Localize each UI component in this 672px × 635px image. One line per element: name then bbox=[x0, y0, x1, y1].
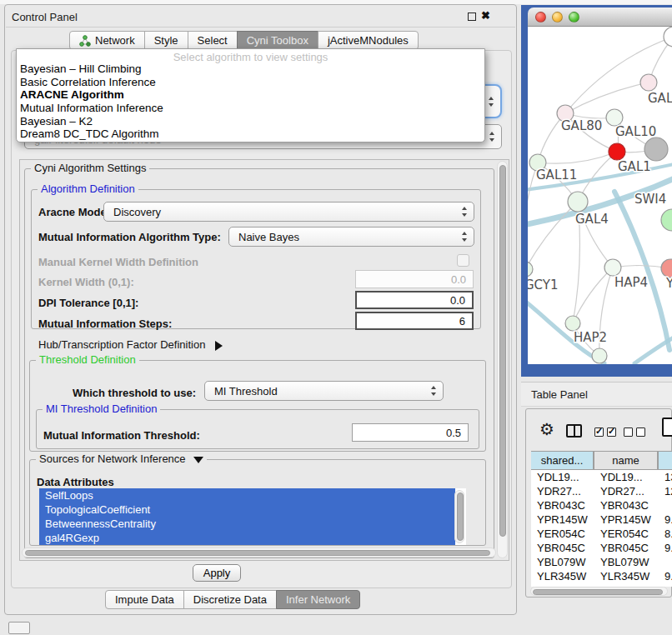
network-view[interactable]: GALGAL80GAL10GAL1GAL11GAL4SWI4GCY1HAP4YH… bbox=[528, 27, 672, 364]
network-node-label: GAL bbox=[648, 91, 672, 106]
table-panel-titlebar: Table Panel bbox=[521, 382, 672, 407]
network-node-gal10[interactable] bbox=[606, 109, 623, 126]
threshold-definition-legend: Threshold Definition bbox=[36, 353, 139, 366]
bottom-tab-impute-data[interactable]: Impute Data bbox=[105, 590, 184, 609]
tab-label: Style bbox=[154, 34, 178, 47]
network-node-gcy1[interactable] bbox=[528, 262, 533, 277]
aracne-mode-combo[interactable]: Discovery bbox=[103, 202, 474, 222]
dropdown-item[interactable]: Basic Correlation Inference bbox=[17, 76, 484, 89]
table-row[interactable]: YLR345WYLR345W9. bbox=[531, 569, 672, 583]
minimize-traffic-light-icon[interactable] bbox=[552, 12, 563, 22]
combo-arrows-icon bbox=[489, 97, 494, 107]
mi-threshold-field[interactable]: 0.5 bbox=[352, 423, 469, 442]
table-column-header[interactable]: shared... bbox=[531, 451, 594, 470]
network-node-hap4[interactable] bbox=[604, 259, 621, 276]
network-node-label: GCY1 bbox=[528, 278, 559, 292]
checked-checkbox-icon bbox=[594, 428, 604, 437]
mi-steps-field[interactable]: 6 bbox=[355, 312, 474, 330]
network-node-hap2[interactable] bbox=[565, 316, 580, 331]
attribute-item[interactable]: SelfLoops bbox=[39, 488, 455, 502]
network-node-gal1[interactable] bbox=[609, 143, 625, 160]
network-node-swi4[interactable] bbox=[661, 209, 672, 231]
mi-type-value: Naive Bayes bbox=[238, 231, 299, 243]
settings-vscrollbar[interactable] bbox=[497, 161, 508, 558]
tab-select[interactable]: Select bbox=[188, 31, 238, 50]
table-column-header[interactable]: name bbox=[594, 451, 658, 470]
table-hscrollbar[interactable] bbox=[530, 587, 668, 596]
network-edge[interactable] bbox=[565, 82, 649, 113]
mi-threshold-value: 0.5 bbox=[446, 427, 461, 439]
gear-icon[interactable]: ⚙ bbox=[539, 421, 554, 438]
network-node[interactable] bbox=[592, 348, 607, 363]
table-cell: YLR345W bbox=[531, 569, 594, 583]
apply-button[interactable]: Apply bbox=[193, 564, 241, 582]
table-row[interactable]: YPR145WYPR145W9. bbox=[531, 512, 672, 527]
network-icon bbox=[79, 35, 91, 47]
table-cell: YBR043C bbox=[594, 498, 659, 512]
panel-title: Control Panel bbox=[12, 11, 78, 23]
which-threshold-combo[interactable]: MI Threshold bbox=[204, 381, 444, 401]
app-root: Control Panel ✖ NetworkStyleSelectCyni T… bbox=[0, 0, 672, 635]
network-node-gal4[interactable] bbox=[568, 192, 588, 212]
attribute-item[interactable]: TopologicalCoefficient bbox=[39, 502, 455, 517]
network-node-gal[interactable] bbox=[640, 74, 657, 91]
deselect-all-columns-icon[interactable] bbox=[624, 428, 645, 437]
table-cell: YBR043C bbox=[531, 498, 594, 512]
network-node-y[interactable] bbox=[661, 259, 672, 278]
tab-jactivemnodules[interactable]: jActiveMNodules bbox=[318, 31, 419, 50]
tab-cyni-toolbox[interactable]: Cyni Toolbox bbox=[237, 31, 318, 50]
table-row[interactable]: YDL19...YDL19...13 bbox=[531, 470, 672, 484]
docked-panel-icon[interactable] bbox=[8, 622, 30, 634]
bottom-tab-infer-network[interactable]: Infer Network bbox=[276, 590, 360, 609]
table-row[interactable]: YBL079WYBL079W bbox=[531, 555, 672, 569]
close-icon[interactable]: ✖ bbox=[481, 9, 490, 22]
table-row[interactable]: YDR27...YDR27...12 bbox=[531, 484, 672, 498]
attribute-item[interactable]: BetweennessCentrality bbox=[39, 517, 455, 531]
combo-arrows-icon bbox=[462, 207, 468, 217]
table-cell: YDR27... bbox=[594, 484, 659, 498]
network-node[interactable] bbox=[644, 138, 668, 161]
table-cell: 8. bbox=[659, 527, 672, 541]
tab-style[interactable]: Style bbox=[144, 31, 188, 50]
network-node-label: GAL4 bbox=[575, 212, 609, 227]
zoom-traffic-light-icon[interactable] bbox=[569, 12, 579, 22]
network-window-titlebar[interactable] bbox=[528, 8, 672, 27]
table-row[interactable]: YBR043CYBR043C bbox=[531, 498, 672, 512]
select-all-columns-icon[interactable] bbox=[594, 428, 616, 437]
table-panel: ⚙ shared...nameYDL19...YDL19...13YDR27..… bbox=[525, 408, 672, 598]
kernel-width-label: Kernel Width (0,1): bbox=[38, 276, 134, 288]
hub-definition-toggle[interactable]: Hub/Transcription Factor Definition bbox=[38, 338, 223, 351]
dropdown-item[interactable]: Dream8 DC_TDC Algorithm bbox=[17, 128, 484, 141]
table-cell: YER054C bbox=[531, 527, 594, 541]
dropdown-item[interactable]: ARACNE Algorithm bbox=[17, 88, 484, 102]
tab-label: jActiveMNodules bbox=[328, 34, 409, 47]
dpi-tolerance-field[interactable]: 0.0 bbox=[355, 291, 474, 309]
tab-network[interactable]: Network bbox=[69, 31, 145, 50]
dropdown-item[interactable]: Mutual Information Inference bbox=[17, 102, 484, 115]
mi-type-combo[interactable]: Naive Bayes bbox=[228, 227, 474, 247]
bottom-tab-discretize-data[interactable]: Discretize Data bbox=[183, 590, 277, 609]
algorithm-dropdown-list: Select algorithm to view settings Bayesi… bbox=[16, 48, 485, 142]
checked-checkbox-icon bbox=[607, 428, 616, 437]
table-row[interactable]: YBR045CYBR045C9. bbox=[531, 541, 672, 555]
which-threshold-label: Which threshold to use: bbox=[73, 387, 196, 399]
float-window-icon[interactable] bbox=[468, 12, 476, 21]
table-column-header[interactable] bbox=[658, 451, 672, 470]
document-icon[interactable] bbox=[662, 418, 672, 437]
data-attributes-list[interactable]: SelfLoopsTopologicalCoefficientBetweenne… bbox=[39, 488, 466, 545]
dropdown-item[interactable]: Bayesian – K2 bbox=[17, 115, 484, 128]
kernel-width-value: 0.0 bbox=[451, 273, 466, 286]
attribute-item[interactable]: gal4RGexp bbox=[39, 531, 455, 545]
network-node[interactable] bbox=[664, 27, 672, 47]
sources-legend-toggle[interactable]: Sources for Network Inference bbox=[36, 452, 207, 465]
close-traffic-light-icon[interactable] bbox=[535, 12, 546, 22]
table-row[interactable]: YER054CYER054C8. bbox=[531, 527, 672, 541]
table-cell: 12 bbox=[659, 484, 672, 498]
combo-arrows-icon bbox=[462, 232, 468, 242]
dropdown-item[interactable]: Bayesian – Hill Climbing bbox=[17, 62, 484, 76]
attributes-list-scrollbar[interactable] bbox=[454, 490, 464, 543]
split-columns-icon[interactable] bbox=[566, 424, 582, 438]
table-cell: YBL079W bbox=[594, 555, 659, 569]
settings-hscrollbar[interactable] bbox=[22, 548, 496, 558]
network-edge[interactable] bbox=[538, 152, 617, 163]
